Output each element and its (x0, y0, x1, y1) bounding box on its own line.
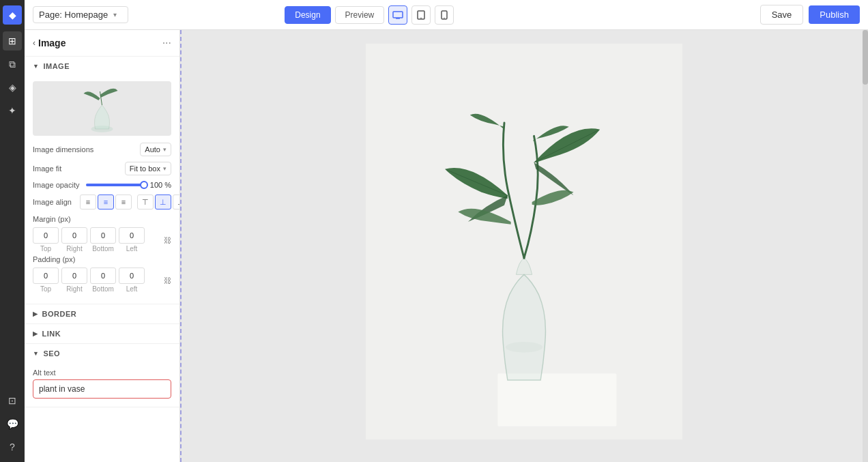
seo-section-header[interactable]: ▼ SEO (25, 344, 179, 363)
save-button[interactable]: Save (760, 5, 804, 25)
padding-inputs: Top Right Bottom Left (33, 268, 171, 293)
main-layout: ‹ Image ··· ▼ IMAGE (25, 30, 868, 462)
margin-right-group: Right (61, 227, 87, 252)
chevron-icon: ▾ (163, 146, 167, 153)
padding-right-input[interactable] (61, 268, 87, 284)
border-section: ▶ BORDER (25, 304, 179, 324)
margin-inputs: Top Right Bottom Left (33, 227, 171, 252)
horizontal-align-group: ≡ ≡ ≡ (80, 194, 132, 210)
image-fit-select[interactable]: Fit to box ▾ (125, 162, 171, 175)
collapse-arrow-icon: ▼ (33, 350, 39, 357)
align-top-button[interactable]: ⊤ (137, 194, 154, 210)
link-section: ▶ LINK (25, 324, 179, 344)
padding-right-group: Right (61, 268, 87, 293)
properties-panel: ‹ Image ··· ▼ IMAGE (25, 30, 180, 462)
border-section-header[interactable]: ▶ BORDER (25, 304, 179, 323)
canvas-left-border (180, 30, 182, 462)
padding-left-group: Left (119, 268, 145, 293)
align-right-button[interactable]: ≡ (115, 194, 132, 210)
scrollbar-thumb[interactable] (863, 30, 868, 85)
image-dimensions-label: Image dimensions (33, 145, 140, 154)
expand-arrow-icon: ▶ (33, 330, 38, 337)
margin-left-label: Left (126, 245, 138, 252)
layers-icon[interactable]: ⧉ (3, 55, 22, 74)
chevron-icon: ▾ (163, 165, 167, 172)
align-left-button[interactable]: ≡ (80, 194, 96, 210)
more-options-button[interactable]: ··· (162, 37, 171, 49)
design-mode-button[interactable]: Design (285, 6, 330, 24)
svg-point-6 (444, 17, 445, 18)
icon-sidebar: ◆ ⊞ ⧉ ◈ ✦ ⊡ 💬 ? (0, 0, 25, 462)
align-middle-button[interactable]: ⊥ (155, 194, 171, 210)
link-paddings-icon[interactable]: ⛓ (164, 276, 171, 285)
image-fit-row: Image fit Fit to box ▾ (33, 162, 171, 175)
svg-rect-0 (393, 12, 403, 18)
canvas-content (180, 30, 868, 462)
padding-right-label: Right (66, 285, 82, 293)
margin-top-group: Top (33, 227, 59, 252)
preview-mode-button[interactable]: Preview (335, 6, 385, 24)
margin-top-input[interactable] (33, 227, 59, 244)
padding-left-input[interactable] (119, 268, 145, 284)
vertical-align-group: ⊤ ⊥ ⊥ (137, 194, 180, 210)
media-icon[interactable]: ✦ (3, 101, 22, 120)
align-bottom-button[interactable]: ⊥ (173, 194, 180, 210)
pages-icon[interactable]: ⊞ (3, 31, 22, 50)
page-label: Page: Homepage (39, 10, 108, 20)
canvas-scrollbar[interactable] (863, 30, 868, 462)
panel-title: Image (38, 38, 66, 48)
back-button[interactable]: ‹ (33, 38, 35, 48)
mobile-view-button[interactable] (435, 5, 454, 25)
margin-bottom-input[interactable] (90, 227, 116, 244)
image-fit-label: Image fit (33, 164, 125, 173)
image-opacity-label: Image opacity (33, 181, 81, 189)
canvas-area[interactable] (180, 30, 868, 462)
image-section: ▼ IMAGE (25, 57, 179, 304)
image-align-label: Image align (33, 198, 77, 206)
page-selector[interactable]: Page: Homepage ▾ (33, 6, 128, 23)
svg-rect-11 (497, 373, 616, 426)
link-section-header[interactable]: ▶ LINK (25, 324, 179, 343)
padding-bottom-input[interactable] (90, 268, 116, 284)
link-margins-icon[interactable]: ⛓ (164, 236, 171, 244)
image-dimensions-select[interactable]: Auto ▾ (140, 143, 171, 156)
padding-top-input[interactable] (33, 268, 59, 284)
padding-label: Padding (px) (33, 255, 171, 263)
svg-point-12 (506, 342, 542, 352)
padding-top-group: Top (33, 268, 59, 293)
image-section-header[interactable]: ▼ IMAGE (25, 57, 179, 76)
align-center-button[interactable]: ≡ (98, 194, 114, 210)
opacity-value: 100 % (149, 181, 171, 189)
app-logo[interactable]: ◆ (3, 5, 22, 25)
margin-section: Margin (px) Top Right Bottom (33, 215, 171, 252)
chevron-down-icon: ▾ (113, 11, 117, 18)
alt-text-input[interactable] (33, 379, 171, 399)
margin-bottom-label: Bottom (92, 245, 114, 252)
image-section-content: Image dimensions Auto ▾ Image fit Fit to… (25, 76, 179, 304)
margin-left-group: Left (119, 227, 145, 252)
padding-section: Padding (px) Top Right Bottom (33, 255, 171, 293)
padding-bottom-label: Bottom (92, 285, 114, 293)
collapse-arrow-icon: ▼ (33, 63, 39, 70)
chat-icon[interactable]: 💬 (3, 414, 22, 433)
margin-top-label: Top (40, 245, 51, 252)
top-header: Page: Homepage ▾ Design Preview Sav (25, 0, 868, 30)
store-icon[interactable]: ⊡ (3, 391, 22, 410)
margin-right-input[interactable] (61, 227, 87, 244)
margin-label: Margin (px) (33, 215, 171, 223)
help-icon[interactable]: ? (3, 437, 22, 457)
opacity-slider[interactable] (86, 184, 144, 186)
tablet-view-button[interactable] (411, 5, 431, 25)
header-actions: Save Publish (760, 5, 860, 25)
padding-bottom-group: Bottom (90, 268, 116, 293)
publish-button[interactable]: Publish (809, 5, 860, 24)
seo-section: ▼ SEO Alt text (25, 344, 179, 407)
elements-icon[interactable]: ◈ (3, 78, 22, 97)
image-align-row: Image align ≡ ≡ ≡ ⊤ ⊥ ⊥ (33, 194, 171, 210)
svg-point-4 (420, 17, 422, 18)
margin-left-input[interactable] (119, 227, 145, 244)
desktop-view-button[interactable] (388, 5, 407, 25)
expand-arrow-icon: ▶ (33, 311, 38, 317)
image-thumbnail[interactable] (33, 81, 171, 136)
padding-top-label: Top (40, 285, 51, 293)
